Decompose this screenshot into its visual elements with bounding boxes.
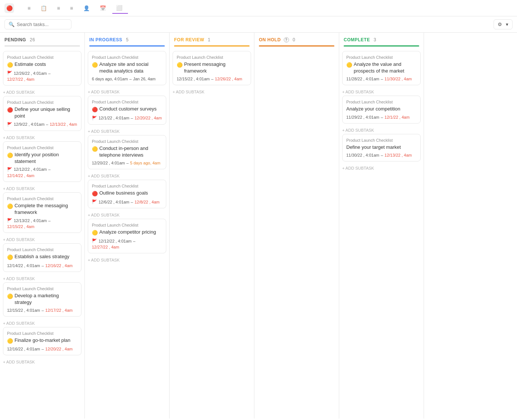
add-subtask-button[interactable]: + ADD SUBTASK [173,88,251,96]
tab-by-category[interactable]: ≡ [66,3,78,13]
tab-getting-started[interactable]: 📋 [37,3,52,13]
card-project: Product Launch Checklist [92,184,162,188]
date-end: Jan 26, 4am [133,77,156,81]
date-separator: – [381,115,383,119]
add-subtask-button[interactable]: + ADD SUBTASK [3,275,81,282]
task-card[interactable]: Product Launch Checklist 🟡Present messag… [173,51,251,85]
column-bar-onhold [259,45,334,47]
add-subtask-button[interactable]: + ADD SUBTASK [3,358,81,366]
date-start: 11/29/22 , 4:01am [346,115,379,119]
date-start: 12/6/22 , 4:01am [99,200,129,204]
tab-milestones[interactable]: ≡ [53,3,65,13]
column-header-complete: COMPLETE 3 [339,33,424,45]
card-project: Product Launch Checklist [7,55,77,60]
add-subtask-button[interactable]: + ADD SUBTASK [88,256,166,264]
flag-icon: 🚩 [7,218,12,223]
task-card[interactable]: Product Launch Checklist 🔴Outline busine… [88,180,166,208]
by-category-icon: ≡ [70,5,73,11]
card-project: Product Launch Checklist [7,247,77,252]
search-icon: 🔍 [9,22,15,27]
column-count-pending: 26 [28,37,35,42]
date-end: 12/20/22 , 4am [135,116,162,120]
add-view-button[interactable] [505,6,513,10]
date-start: 12/15/22 , 4:01am [7,308,40,312]
task-card[interactable]: Product Launch Checklist 🟡Identify your … [3,141,81,182]
flag-icon: 🚩 [92,199,97,204]
date-start: 12/9/22 , 4:01am [14,122,45,126]
task-card[interactable]: Product Launch Checklist 🟡Finalize go-to… [3,327,81,355]
search-box[interactable]: 🔍 [4,19,71,29]
more-options-button[interactable] [74,23,79,26]
card-title-text: Establish a sales strategy [15,253,69,260]
card-title: 🟡Establish a sales strategy [7,253,77,261]
column-label-pending: PENDING [4,37,26,42]
add-subtask-button[interactable]: + ADD SUBTASK [3,89,81,96]
card-project: Product Launch Checklist [346,100,417,104]
board-icon: ⬜ [116,5,122,11]
task-card[interactable]: Product Launch Checklist Define your tar… [342,134,421,161]
task-card[interactable]: Product Launch Checklist 🟡Conduct in-per… [88,135,166,169]
task-card[interactable]: Product Launch Checklist 🟡Analyze compet… [88,219,166,253]
header-right [505,6,513,10]
card-title: 🔴Conduct customer surveys [92,106,162,113]
info-icon[interactable]: ? [284,37,289,42]
nav-tabs: ≡ 📋 ≡ ≡ 👤 📅 ⬜ [24,3,128,14]
flag-icon: 🚩 [92,238,97,243]
task-card[interactable]: Product Launch Checklist 🔴Conduct custom… [88,96,166,124]
card-dates: 12/15/22 , 4:01am – 12/17/22 , 4am [7,308,77,312]
card-title-text: Complete the messaging framework [15,202,77,216]
date-end: 12/26/22 , 4am [215,77,242,81]
task-card[interactable]: Product Launch Checklist 🟡Estimate costs… [3,51,81,86]
card-title: 🟡Develop a marketing strategy [7,292,77,306]
task-card[interactable]: Product Launch Checklist 🟡Establish a sa… [3,243,81,272]
date-start: 12/12/22 , 4:01am [99,239,132,243]
add-subtask-button[interactable]: + ADD SUBTASK [342,164,421,172]
date-separator: – [131,200,133,204]
card-title: 🟡Identify your position statement [7,151,77,165]
add-subtask-button[interactable]: + ADD SUBTASK [3,320,81,327]
add-subtask-button[interactable]: + ADD SUBTASK [3,134,81,141]
date-end: 12/1/22 , 4am [385,115,410,119]
add-subtask-button[interactable]: + ADD SUBTASK [3,185,81,192]
column-label-inprogress: IN PROGRESS [89,37,122,42]
add-subtask-button[interactable]: + ADD SUBTASK [88,211,166,219]
add-subtask-button[interactable]: + ADD SUBTASK [3,236,81,243]
status-dot: 🟡 [346,62,352,68]
card-title-text: Conduct in-person and telephone intervie… [99,145,162,158]
date-end: 12/14/22 , 4am [7,173,34,178]
activities-icon: ≡ [28,5,30,11]
search-input[interactable] [17,22,67,27]
date-start: 11/28/22 , 4:01am [346,77,379,81]
column-inprogress: IN PROGRESS 5 Product Launch Checklist 🟡… [85,33,170,419]
date-separator: – [126,161,129,165]
filter-button[interactable]: ⚙ ▾ [494,19,513,29]
task-card[interactable]: Product Launch Checklist 🟡Develop a mark… [3,282,81,317]
date-start: 11/30/22 , 4:01am [346,153,379,157]
card-dates: 🚩 12/12/22 , 4:01am – 12/27/22 , 4am [92,238,162,249]
date-start: 12/13/22 , 4:01am [14,218,47,223]
card-dates: 🚩 12/26/22 , 4:01am – 12/27/22 , 4am [7,71,77,81]
tab-gantt[interactable]: 👤 [80,3,95,13]
add-subtask-button[interactable]: + ADD SUBTASK [342,126,421,134]
card-title-text: Conduct customer surveys [99,106,157,112]
task-card[interactable]: Product Launch Checklist 🔴Define your un… [3,96,81,131]
card-dates: 🚩 12/1/22 , 4:01am – 12/20/22 , 4am [92,116,162,121]
tab-timeline[interactable]: 📅 [96,3,112,13]
task-card[interactable]: Product Launch Checklist Analyze your co… [342,96,421,123]
date-end: 12/15/22 , 4am [7,224,34,229]
task-card[interactable]: Product Launch Checklist 🟡Complete the m… [3,192,81,233]
column-count-forreview: 1 [206,37,211,42]
card-project: Product Launch Checklist [346,55,417,60]
add-subtask-button[interactable]: + ADD SUBTASK [342,88,421,96]
add-subtask-button[interactable]: + ADD SUBTASK [88,172,166,180]
column-bar-complete [344,45,419,47]
tab-board[interactable]: ⬜ [112,3,128,14]
add-subtask-button[interactable]: + ADD SUBTASK [88,128,166,135]
task-card[interactable]: Product Launch Checklist 🟡Analyze site a… [88,51,166,85]
column-scroll-pending: Product Launch Checklist 🟡Estimate costs… [0,49,84,419]
tab-activities[interactable]: ≡ [24,3,36,13]
add-subtask-button[interactable]: + ADD SUBTASK [88,88,166,96]
column-pending: PENDING 26 Product Launch Checklist 🟡Est… [0,33,85,419]
card-title-text: Define your unique selling point [15,106,77,119]
task-card[interactable]: Product Launch Checklist 🟡Analyze the va… [342,51,421,85]
